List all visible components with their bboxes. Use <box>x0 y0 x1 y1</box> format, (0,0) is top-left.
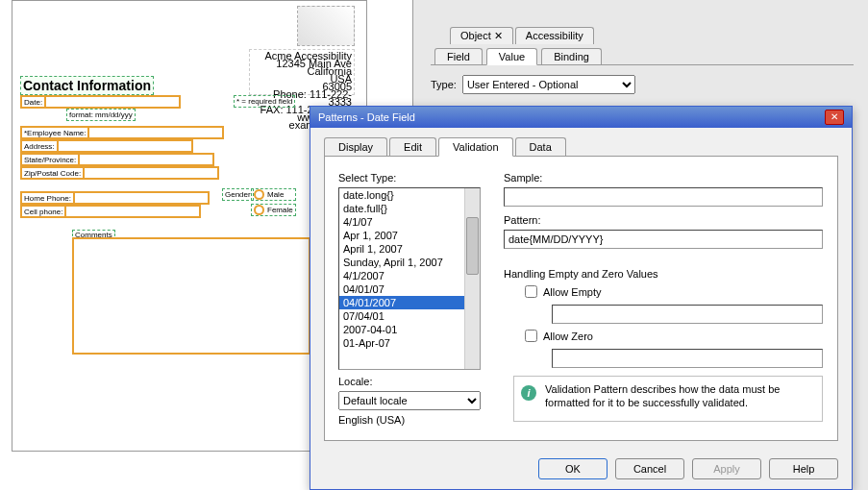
subtab-binding[interactable]: Binding <box>541 48 602 64</box>
date-label: Date: <box>20 95 46 109</box>
sample-label: Sample: <box>504 172 542 184</box>
tab-display[interactable]: Display <box>324 137 387 156</box>
gender-male[interactable]: Male <box>251 188 296 201</box>
locale-resolved: English (USA) <box>338 414 405 426</box>
handling-label: Handling Empty and Zero Values <box>504 268 658 280</box>
type-listbox[interactable]: date.long{}date.full{}4/1/07Apr 1, 2007A… <box>338 187 481 370</box>
sample-input[interactable] <box>504 187 823 207</box>
type-item[interactable]: 07/04/01 <box>339 309 480 323</box>
type-select[interactable]: User Entered - Optional <box>462 75 635 94</box>
emp-label: *Employee Name: <box>20 126 89 139</box>
type-label: Type: <box>431 79 457 90</box>
pattern-label: Pattern: <box>504 214 541 226</box>
comments-field[interactable] <box>72 237 310 355</box>
allow-zero-input[interactable] <box>552 349 823 368</box>
date-format-hint: format: mm/dd/yyy <box>66 109 136 121</box>
date-field[interactable] <box>46 95 181 109</box>
allow-empty-checkbox[interactable] <box>525 285 537 298</box>
subtab-field[interactable]: Field <box>434 48 483 64</box>
address-field[interactable] <box>59 139 193 153</box>
required-note: * = required field <box>234 95 295 108</box>
tab-edit[interactable]: Edit <box>389 137 436 156</box>
subtab-value[interactable]: Value <box>486 48 537 65</box>
allow-zero-checkbox[interactable] <box>525 330 537 342</box>
type-item[interactable]: 4/1/2007 <box>339 269 480 282</box>
cellphone-label: Cell phone: <box>20 205 66 218</box>
ok-button[interactable]: OK <box>538 458 608 479</box>
dialog-close-button[interactable]: ✕ <box>825 110 844 125</box>
type-item[interactable]: 4/1/07 <box>339 215 480 229</box>
type-item[interactable]: Apr 1, 2007 <box>339 229 480 242</box>
gender-label: Gender <box>222 188 254 201</box>
allow-empty-input[interactable] <box>552 305 823 324</box>
homephone-field[interactable] <box>75 191 210 205</box>
tab-data[interactable]: Data <box>515 137 566 156</box>
allow-empty-label: Allow Empty <box>543 286 602 298</box>
info-text: Validation Pattern describes how the dat… <box>513 376 823 422</box>
contact-heading: Contact Information <box>20 76 154 95</box>
tab-validation[interactable]: Validation <box>438 137 513 157</box>
gender-female[interactable]: Female <box>251 204 296 216</box>
state-label: State/Province: <box>20 153 80 166</box>
pattern-input[interactable] <box>504 230 823 249</box>
company-info: Acme Accessibility 12345 Main Ave Califo… <box>249 49 355 95</box>
type-item[interactable]: date.full{} <box>339 202 480 215</box>
type-item[interactable]: 01-Apr-07 <box>339 336 480 350</box>
allow-zero-label: Allow Zero <box>543 331 593 342</box>
type-item[interactable]: 2007-04-01 <box>339 323 480 336</box>
homephone-label: Home Phone: <box>20 191 75 205</box>
type-item[interactable]: date.long{} <box>339 188 480 202</box>
cellphone-field[interactable] <box>66 205 201 218</box>
dialog-title: Patterns - Date Field <box>318 111 415 123</box>
help-button[interactable]: Help <box>769 458 838 479</box>
zip-label: Zip/Postal Code: <box>20 166 85 180</box>
tab-accessibility[interactable]: Accessibility <box>515 27 594 44</box>
emp-field[interactable] <box>89 126 224 139</box>
type-item[interactable]: April 1, 2007 <box>339 242 480 256</box>
cancel-button[interactable]: Cancel <box>615 458 684 479</box>
select-type-label: Select Type: <box>338 172 396 184</box>
type-item[interactable]: 04/01/07 <box>339 282 480 296</box>
listbox-scrollbar[interactable] <box>464 188 480 369</box>
apply-button[interactable]: Apply <box>692 458 761 479</box>
type-item[interactable]: Sunday, April 1, 2007 <box>339 256 480 269</box>
type-item[interactable]: 04/01/2007 <box>339 296 480 309</box>
tab-object[interactable]: Object ✕ <box>450 27 513 44</box>
logo-placeholder <box>297 6 355 46</box>
state-field[interactable] <box>80 153 214 166</box>
patterns-dialog: Patterns - Date Field ✕ Display Edit Val… <box>310 106 853 490</box>
address-label: Address: <box>20 139 59 153</box>
zip-field[interactable] <box>85 166 219 180</box>
locale-select[interactable]: Default locale <box>338 391 481 410</box>
scrollbar-thumb[interactable] <box>466 217 479 275</box>
locale-label: Locale: <box>338 376 372 387</box>
close-icon[interactable]: ✕ <box>494 30 503 41</box>
